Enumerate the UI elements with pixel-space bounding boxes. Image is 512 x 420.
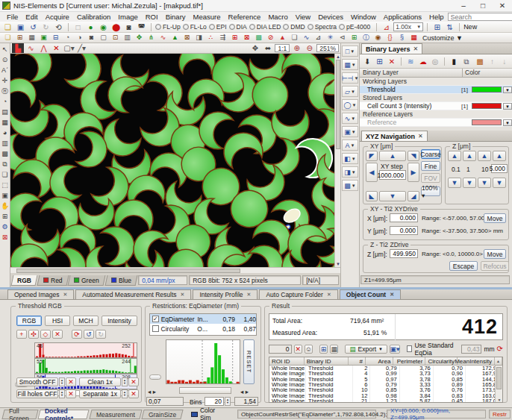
bins-input[interactable]: 20 [205, 397, 224, 406]
new-label[interactable]: New [463, 23, 477, 31]
search-input[interactable] [448, 13, 512, 21]
overlay-icon[interactable]: ☁ [417, 57, 428, 66]
channel-tab-green[interactable]: Green [68, 275, 106, 286]
restr-slider-handle[interactable] [149, 374, 161, 380]
info-icon[interactable]: ⓘ [360, 33, 372, 43]
z-top-icon[interactable]: ▲ [463, 151, 476, 161]
camera-plus-icon[interactable]: ◚ [136, 22, 147, 32]
xy-up-left-icon[interactable]: ◤ [366, 151, 378, 161]
fine-button[interactable]: Fine [421, 161, 440, 171]
restriction-checkbox[interactable] [152, 325, 159, 332]
table-row[interactable]: Whole ImageThreshold20,793,760,70172,97 [269, 366, 502, 371]
measure-tool-icon[interactable]: ⊿ [313, 33, 324, 43]
auto-exposure-icon[interactable]: ◔ [0, 97, 10, 107]
duplicate-doc-icon[interactable]: ⧉ [0, 160, 10, 169]
menu-reference[interactable]: Reference [225, 13, 265, 21]
xy-down-right-icon[interactable]: ◢ [408, 191, 419, 201]
z-top-icon[interactable]: ▲ [478, 151, 491, 161]
z-move-button[interactable]: Move [484, 249, 506, 259]
menu-acquire[interactable]: Acquire [42, 13, 73, 21]
bottom-tab-auto-capture-folder[interactable]: Auto Capture Folder✕ [259, 289, 337, 299]
scroll-thumb[interactable] [496, 367, 502, 389]
color-sim-icon[interactable] [191, 412, 198, 417]
layer-color-dropdown[interactable]: ▼ [503, 103, 512, 110]
open-icon[interactable]: ❏ [2, 22, 13, 32]
z-down-icon[interactable]: ▼ [493, 178, 506, 188]
fit-screen-icon[interactable]: ✥ [249, 43, 260, 53]
peak-icon[interactable]: ▲ [169, 33, 181, 43]
menu-measure[interactable]: Measure [190, 13, 225, 21]
pointer-icon[interactable]: ↖ [0, 45, 10, 54]
zoom-percent[interactable]: 251% [316, 44, 339, 52]
radio-dia-led[interactable]: DIA LED [249, 23, 281, 31]
column-area[interactable]: Area [366, 357, 393, 365]
macro-braces-icon[interactable]: {} [384, 33, 396, 43]
annotate-icon[interactable]: Aˊ [0, 66, 10, 75]
stage-icon[interactable]: ⇅ [444, 22, 455, 32]
dropdown-arrow-icon[interactable]: ▼ [352, 157, 356, 161]
manual-list-icon[interactable]: ▥ [0, 139, 10, 148]
column-perimeter[interactable]: Perimeter [393, 357, 425, 365]
radio-fl-up[interactable]: FL-Up [155, 23, 181, 31]
ruler-icon[interactable]: ⊢⊣▼ [342, 72, 358, 84]
channel-tab-red[interactable]: Red [37, 275, 69, 286]
zoom-out-icon[interactable]: ⊖ [304, 43, 315, 53]
refresh-threshold-icon[interactable]: ⟳ [72, 330, 82, 339]
bottom-tab-automated-measurement-results[interactable]: Automated Measurement Results✕ [75, 289, 191, 299]
bottom-tab-opened-images[interactable]: Opened Images✕ [7, 289, 74, 299]
menu-window[interactable]: Window [347, 13, 380, 21]
reset-button[interactable]: RESET [243, 339, 255, 384]
proc-button[interactable]: Fill holes OFF [16, 389, 58, 398]
table-row[interactable]: Whole ImageThreshold120,983,840,83163,08 [269, 392, 502, 398]
auto-grid-icon[interactable]: ▦ [0, 118, 10, 128]
close-tab-icon[interactable]: ✕ [413, 46, 419, 52]
auto-list-icon[interactable]: ▤ [0, 107, 10, 117]
copy-doc-icon[interactable]: ❏ [289, 33, 300, 43]
proc-clear-icon[interactable]: ✕ [128, 389, 139, 398]
restr-left-arrows[interactable]: ◂ ▸ [148, 388, 156, 395]
freeze-icon[interactable]: □ [72, 22, 84, 32]
xy-down-icon[interactable]: ▼ [379, 191, 406, 201]
chart-icon[interactable]: ∿ [301, 33, 312, 43]
pct-dropdown[interactable]: 100% ▾ [421, 187, 440, 196]
z-top-icon[interactable]: ▲ [493, 151, 506, 161]
delete-binary-icon[interactable]: ✕ [387, 57, 397, 66]
z-step-10[interactable]: 10 [481, 166, 488, 173]
dropdown-arrow-icon[interactable]: ▼ [352, 130, 356, 134]
roi-grid-icon[interactable]: ▦ [408, 33, 419, 43]
send-icon[interactable]: ⊲ [337, 33, 348, 43]
save-icon[interactable]: ▣ [15, 22, 26, 32]
restriction-checkbox[interactable]: ✓ [152, 316, 159, 322]
fit-width-icon[interactable]: ⬌ [262, 43, 273, 53]
status-tab-docked-controls-[interactable]: Docked Controls* [38, 410, 90, 419]
radio-epi[interactable]: EPI [209, 23, 227, 31]
z-down-icon[interactable]: ▼ [463, 178, 476, 188]
layer-row[interactable]: Threshold[1]▼ [360, 86, 512, 94]
histogram-icon[interactable]: ▲ [277, 33, 288, 43]
menu-calibration[interactable]: Calibration [73, 13, 114, 21]
binocular-icon[interactable]: ⊞ [14, 33, 25, 43]
disable-icon[interactable]: ⊘ [265, 33, 276, 43]
points-icon[interactable]: ∴ [205, 33, 216, 43]
dropdown-arrow-icon[interactable]: ▼ [351, 143, 355, 148]
text-note-icon[interactable]: A▼ [342, 140, 358, 151]
crop-icon[interactable]: ⬚ [0, 181, 10, 190]
picture-note-icon[interactable]: ▣▼ [342, 126, 358, 137]
colorize-icon[interactable]: ▩ [475, 57, 485, 66]
radio-pe-4000[interactable]: pE-4000 [339, 23, 370, 31]
bottom-tab-object-count[interactable]: Object Count✕ [340, 289, 401, 299]
tab-xyz-navigation[interactable]: XYZ Navigation✕ [361, 131, 428, 141]
add-binary-icon[interactable]: ⊞ [319, 345, 328, 354]
sync-icon[interactable]: ⟲ [53, 22, 64, 32]
display-icon[interactable]: ◙ [86, 33, 97, 43]
close-tab-icon[interactable]: ✕ [390, 292, 394, 298]
export-button[interactable]: ▤Export▼ [345, 345, 387, 354]
menu-help[interactable]: Help [425, 13, 448, 21]
pick-binary-icon[interactable]: ⬇ [362, 57, 372, 66]
column-circularity[interactable]: Circularity [425, 357, 458, 365]
layers-icon[interactable]: ≋ [405, 57, 416, 66]
play-capture-icon[interactable]: ◉ [98, 22, 109, 32]
image-viewport[interactable] [10, 54, 334, 267]
mode-intensity[interactable]: Intensity [102, 316, 137, 326]
status-tab-measurement[interactable]: Measurement [89, 410, 142, 419]
